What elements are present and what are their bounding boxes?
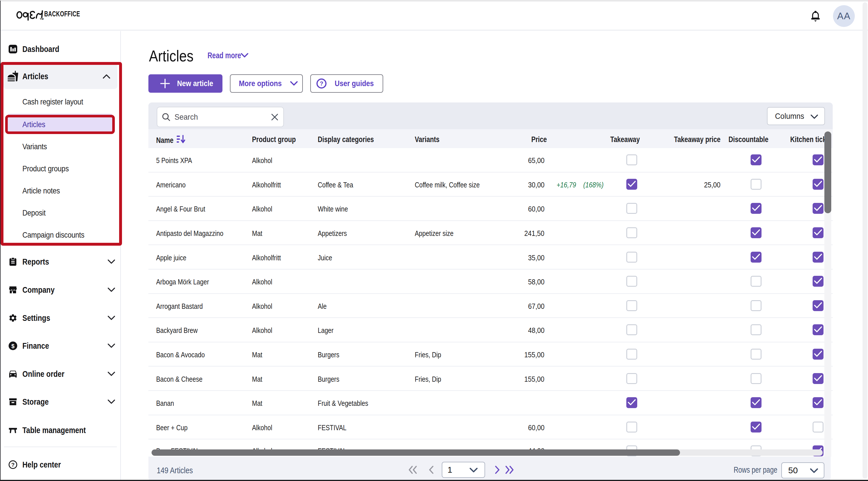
svg-text:?: ? [320, 81, 323, 87]
svg-text:TM: TM [40, 18, 44, 20]
svg-text:$: $ [11, 343, 14, 349]
svg-text:?: ? [11, 462, 14, 468]
